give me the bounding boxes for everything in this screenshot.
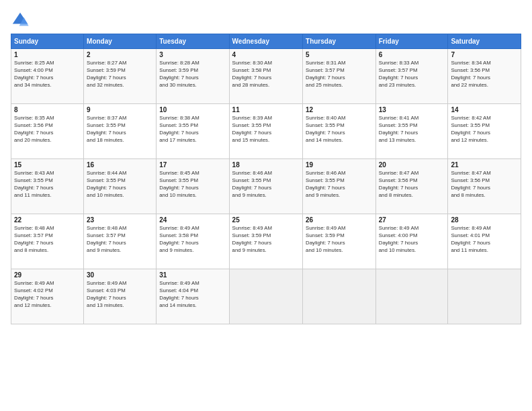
week-row-3: 15 Sunrise: 8:43 AM Sunset: 3:55 PM Dayl… xyxy=(11,159,521,214)
daylight-minutes: and 12 minutes. xyxy=(14,302,51,308)
sunrise-label: Sunrise: 8:40 AM xyxy=(306,115,345,121)
day-info: Sunrise: 8:49 AM Sunset: 3:58 PM Dayligh… xyxy=(159,225,226,255)
daylight-label: Daylight: 7 hours xyxy=(306,240,345,246)
daylight-label: Daylight: 7 hours xyxy=(451,185,490,191)
day-number: 13 xyxy=(379,106,445,113)
sunrise-label: Sunrise: 8:34 AM xyxy=(451,60,490,66)
sunrise-label: Sunrise: 8:35 AM xyxy=(14,115,54,121)
sunset-label: Sunset: 3:55 PM xyxy=(232,177,271,183)
sunset-label: Sunset: 3:58 PM xyxy=(232,67,271,73)
sunset-label: Sunset: 3:56 PM xyxy=(14,122,53,128)
sunset-label: Sunset: 4:02 PM xyxy=(14,287,53,293)
week-row-4: 22 Sunrise: 8:48 AM Sunset: 3:57 PM Dayl… xyxy=(11,214,521,269)
day-number: 3 xyxy=(159,51,226,58)
sunset-label: Sunset: 3:59 PM xyxy=(87,67,126,73)
daylight-minutes: and 18 minutes. xyxy=(87,137,124,143)
sunset-label: Sunset: 3:57 PM xyxy=(306,67,345,73)
sunrise-label: Sunrise: 8:38 AM xyxy=(159,115,199,121)
daylight-minutes: and 8 minutes. xyxy=(14,247,48,253)
day-info: Sunrise: 8:38 AM Sunset: 3:55 PM Dayligh… xyxy=(159,115,226,144)
calendar-header: SundayMondayTuesdayWednesdayThursdayFrid… xyxy=(11,34,521,49)
weekday-friday: Friday xyxy=(375,34,448,49)
calendar-cell: 30 Sunrise: 8:49 AM Sunset: 4:03 PM Dayl… xyxy=(84,269,157,324)
daylight-label: Daylight: 7 hours xyxy=(306,130,345,136)
daylight-minutes: and 34 minutes. xyxy=(14,82,51,88)
calendar-cell: 7 Sunrise: 8:34 AM Sunset: 3:56 PM Dayli… xyxy=(448,49,521,104)
day-number: 9 xyxy=(87,106,153,113)
sunrise-label: Sunrise: 8:49 AM xyxy=(306,225,345,231)
calendar-cell: 23 Sunrise: 8:48 AM Sunset: 3:57 PM Dayl… xyxy=(84,214,157,269)
calendar-cell: 12 Sunrise: 8:40 AM Sunset: 3:55 PM Dayl… xyxy=(303,104,376,159)
day-info: Sunrise: 8:33 AM Sunset: 3:57 PM Dayligh… xyxy=(379,60,445,89)
day-info: Sunrise: 8:47 AM Sunset: 3:56 PM Dayligh… xyxy=(379,170,445,199)
daylight-label: Daylight: 7 hours xyxy=(87,185,126,191)
day-number: 24 xyxy=(159,216,226,224)
day-number: 21 xyxy=(451,161,518,169)
calendar-cell xyxy=(229,269,302,324)
sunrise-label: Sunrise: 8:49 AM xyxy=(232,225,272,231)
day-number: 25 xyxy=(232,216,300,224)
daylight-minutes: and 15 minutes. xyxy=(232,137,269,143)
week-row-1: 1 Sunrise: 8:25 AM Sunset: 4:00 PM Dayli… xyxy=(11,49,521,104)
sunset-label: Sunset: 3:56 PM xyxy=(451,67,490,73)
daylight-minutes: and 17 minutes. xyxy=(159,137,196,143)
day-number: 7 xyxy=(451,51,518,58)
calendar-cell: 15 Sunrise: 8:43 AM Sunset: 3:55 PM Dayl… xyxy=(11,159,84,214)
day-info: Sunrise: 8:30 AM Sunset: 3:58 PM Dayligh… xyxy=(232,60,300,89)
calendar-cell xyxy=(448,269,521,324)
daylight-label: Daylight: 7 hours xyxy=(451,75,490,81)
daylight-minutes: and 10 minutes. xyxy=(379,247,416,253)
calendar-cell: 8 Sunrise: 8:35 AM Sunset: 3:56 PM Dayli… xyxy=(11,104,84,159)
daylight-label: Daylight: 7 hours xyxy=(14,130,54,136)
day-info: Sunrise: 8:49 AM Sunset: 4:01 PM Dayligh… xyxy=(451,225,518,255)
sunset-label: Sunset: 3:55 PM xyxy=(87,177,126,183)
sunrise-label: Sunrise: 8:31 AM xyxy=(306,60,345,66)
daylight-label: Daylight: 7 hours xyxy=(159,240,199,246)
day-number: 22 xyxy=(14,216,81,224)
sunrise-label: Sunrise: 8:47 AM xyxy=(451,170,490,176)
sunset-label: Sunset: 3:56 PM xyxy=(379,177,418,183)
day-info: Sunrise: 8:34 AM Sunset: 3:56 PM Dayligh… xyxy=(451,60,518,89)
daylight-label: Daylight: 7 hours xyxy=(87,75,126,81)
day-info: Sunrise: 8:44 AM Sunset: 3:55 PM Dayligh… xyxy=(87,170,153,199)
sunrise-label: Sunrise: 8:30 AM xyxy=(232,60,272,66)
daylight-label: Daylight: 7 hours xyxy=(232,130,272,136)
weekday-sunday: Sunday xyxy=(11,34,84,49)
week-row-5: 29 Sunrise: 8:49 AM Sunset: 4:02 PM Dayl… xyxy=(11,269,521,324)
sunset-label: Sunset: 3:55 PM xyxy=(451,122,490,128)
daylight-minutes: and 10 minutes. xyxy=(306,247,343,253)
day-number: 1 xyxy=(14,51,81,58)
day-info: Sunrise: 8:49 AM Sunset: 3:59 PM Dayligh… xyxy=(306,225,373,255)
day-number: 2 xyxy=(87,51,153,58)
sunrise-label: Sunrise: 8:47 AM xyxy=(379,170,418,176)
sunset-label: Sunset: 3:58 PM xyxy=(159,232,198,238)
daylight-label: Daylight: 7 hours xyxy=(451,240,490,246)
day-info: Sunrise: 8:35 AM Sunset: 3:56 PM Dayligh… xyxy=(14,115,81,144)
weekday-header-row: SundayMondayTuesdayWednesdayThursdayFrid… xyxy=(11,34,521,49)
calendar-cell: 20 Sunrise: 8:47 AM Sunset: 3:56 PM Dayl… xyxy=(375,159,448,214)
sunrise-label: Sunrise: 8:42 AM xyxy=(451,115,490,121)
calendar-cell: 18 Sunrise: 8:46 AM Sunset: 3:55 PM Dayl… xyxy=(229,159,302,214)
sunrise-label: Sunrise: 8:49 AM xyxy=(159,280,199,286)
daylight-minutes: and 9 minutes. xyxy=(159,247,193,253)
sunrise-label: Sunrise: 8:44 AM xyxy=(87,170,126,176)
daylight-minutes: and 12 minutes. xyxy=(451,137,488,143)
day-number: 8 xyxy=(14,106,81,113)
day-info: Sunrise: 8:49 AM Sunset: 4:04 PM Dayligh… xyxy=(159,280,226,310)
calendar-table: SundayMondayTuesdayWednesdayThursdayFrid… xyxy=(11,34,521,324)
sunrise-label: Sunrise: 8:25 AM xyxy=(14,60,54,66)
day-info: Sunrise: 8:37 AM Sunset: 3:55 PM Dayligh… xyxy=(87,115,153,144)
sunrise-label: Sunrise: 8:45 AM xyxy=(159,170,199,176)
daylight-minutes: and 14 minutes. xyxy=(306,137,343,143)
sunrise-label: Sunrise: 8:33 AM xyxy=(379,60,418,66)
daylight-minutes: and 32 minutes. xyxy=(87,82,124,88)
weekday-saturday: Saturday xyxy=(448,34,521,49)
day-number: 5 xyxy=(306,51,373,58)
day-number: 27 xyxy=(379,216,445,224)
sunset-label: Sunset: 3:59 PM xyxy=(159,67,198,73)
sunset-label: Sunset: 4:00 PM xyxy=(14,67,53,73)
daylight-label: Daylight: 7 hours xyxy=(14,295,54,301)
day-info: Sunrise: 8:25 AM Sunset: 4:00 PM Dayligh… xyxy=(14,60,81,89)
day-info: Sunrise: 8:27 AM Sunset: 3:59 PM Dayligh… xyxy=(87,60,153,89)
calendar-cell: 4 Sunrise: 8:30 AM Sunset: 3:58 PM Dayli… xyxy=(229,49,302,104)
